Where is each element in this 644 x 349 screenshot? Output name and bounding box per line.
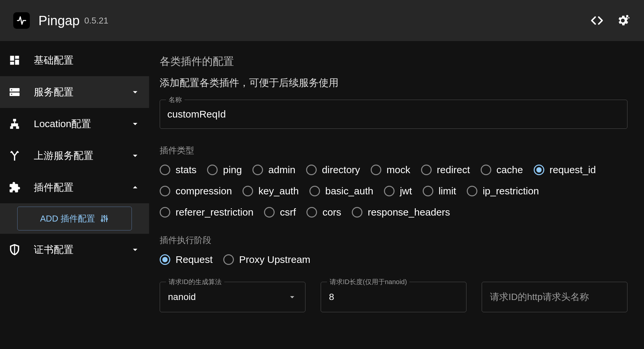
- chevron-up-icon: [130, 182, 140, 193]
- svg-rect-2: [10, 56, 14, 61]
- sidebar-item-location[interactable]: Location配置: [0, 108, 149, 140]
- app-title: Pingap: [38, 13, 80, 28]
- sidebar-item-label: 插件配置: [27, 181, 130, 194]
- radio-icon: [534, 165, 544, 175]
- exec-stage-request[interactable]: Request: [160, 254, 213, 265]
- radio-icon: [160, 165, 170, 175]
- algo-label: 请求ID的生成算法: [166, 277, 224, 286]
- chevron-down-icon: [130, 87, 140, 97]
- exec-stage-label: 插件执行阶段: [160, 234, 627, 246]
- plugin-type-jwt[interactable]: jwt: [384, 185, 412, 197]
- chevron-down-icon: [279, 292, 305, 302]
- plugin-type-basic_auth[interactable]: basic_auth: [309, 185, 373, 197]
- radio-label: limit: [439, 185, 456, 197]
- plugin-type-cache[interactable]: cache: [481, 164, 523, 175]
- app-version: 0.5.21: [84, 16, 108, 26]
- add-plugin-button[interactable]: ADD 插件配置: [17, 207, 132, 230]
- name-field-wrap: 名称: [160, 100, 627, 129]
- plugin-type-key_auth[interactable]: key_auth: [242, 185, 299, 197]
- radio-icon: [384, 186, 395, 196]
- radio-icon: [306, 207, 317, 218]
- radio-label: referer_restriction: [176, 207, 253, 218]
- exec-stage-proxy-upstream[interactable]: Proxy Upstream: [223, 254, 310, 265]
- svg-rect-12: [16, 126, 19, 129]
- radio-label: Proxy Upstream: [239, 254, 310, 265]
- code-icon[interactable]: [589, 13, 605, 28]
- header-name-placeholder: 请求ID的http请求头名称: [482, 291, 597, 303]
- plugin-type-directory[interactable]: directory: [306, 164, 360, 175]
- name-field-label: 名称: [166, 95, 185, 104]
- sidebar-item-upstream[interactable]: 上游服务配置: [0, 140, 149, 172]
- radio-icon: [306, 165, 317, 175]
- radio-icon: [423, 186, 433, 196]
- radio-label: directory: [322, 164, 360, 175]
- sidebar-item-cert[interactable]: 证书配置: [0, 234, 149, 266]
- radio-icon: [223, 254, 234, 265]
- chevron-down-icon: [130, 150, 140, 161]
- radio-label: jwt: [400, 185, 412, 197]
- plugin-type-label: 插件类型: [160, 145, 627, 156]
- svg-point-0: [626, 15, 628, 17]
- dashboard-icon: [9, 54, 27, 66]
- page-title: 各类插件的配置: [160, 54, 627, 69]
- plugin-type-referer_restriction[interactable]: referer_restriction: [160, 207, 253, 218]
- plugin-type-csrf[interactable]: csrf: [264, 207, 296, 218]
- plugin-type-stats[interactable]: stats: [160, 164, 196, 175]
- svg-rect-11: [10, 126, 13, 129]
- plugin-type-limit[interactable]: limit: [423, 185, 456, 197]
- settings-icon[interactable]: [615, 13, 631, 28]
- radio-label: redirect: [437, 164, 470, 175]
- plugin-type-compression[interactable]: compression: [160, 185, 232, 197]
- plugin-type-admin[interactable]: admin: [252, 164, 295, 175]
- algo-select[interactable]: 请求ID的生成算法 nanoid: [160, 282, 305, 312]
- radio-label: cache: [497, 164, 523, 175]
- page-subtitle: 添加配置各类插件，可便于后续服务使用: [160, 76, 627, 90]
- radio-icon: [467, 186, 477, 196]
- length-input[interactable]: [321, 292, 466, 302]
- add-button-label: ADD 插件配置: [40, 213, 95, 224]
- sidebar-item-server[interactable]: 服务配置: [0, 76, 149, 108]
- plugin-type-cors[interactable]: cors: [306, 207, 341, 218]
- plugin-type-request_id[interactable]: request_id: [534, 164, 596, 175]
- app-header: Pingap 0.5.21: [0, 0, 644, 41]
- radio-icon: [242, 186, 253, 196]
- length-field: 请求ID长度(仅用于nanoid): [321, 282, 466, 312]
- radio-icon: [160, 207, 170, 218]
- radio-icon: [264, 207, 275, 218]
- radio-label: compression: [176, 185, 232, 197]
- chevron-down-icon: [130, 244, 140, 255]
- plugin-type-mock[interactable]: mock: [371, 164, 410, 175]
- radio-label: csrf: [280, 207, 296, 218]
- split-icon: [9, 150, 27, 162]
- main-panel: 各类插件的配置 添加配置各类插件，可便于后续服务使用 名称 插件类型 stats…: [149, 41, 644, 349]
- radio-icon: [160, 186, 170, 196]
- svg-point-9: [11, 94, 12, 95]
- sidebar-item-label: Location配置: [27, 117, 130, 131]
- radio-label: mock: [387, 164, 410, 175]
- name-input[interactable]: [160, 100, 627, 128]
- sidebar-item-label: 服务配置: [27, 85, 130, 99]
- plugin-type-response_headers[interactable]: response_headers: [352, 207, 450, 218]
- radio-label: cors: [322, 207, 341, 218]
- plugin-type-redirect[interactable]: redirect: [421, 164, 470, 175]
- plugin-type-ping[interactable]: ping: [207, 164, 242, 175]
- svg-point-13: [101, 220, 103, 222]
- sidebar-item-plugin[interactable]: 插件配置: [0, 172, 149, 203]
- sidebar-item-label: 证书配置: [27, 243, 130, 257]
- algo-value: nanoid: [160, 292, 279, 302]
- length-label: 请求ID长度(仅用于nanoid): [327, 277, 409, 286]
- radio-label: admin: [268, 164, 295, 175]
- radio-icon: [207, 165, 218, 175]
- plugin-type-group: statspingadmindirectorymockredirectcache…: [160, 164, 627, 218]
- svg-point-15: [106, 218, 108, 220]
- radio-label: ping: [223, 164, 242, 175]
- chevron-down-icon: [130, 119, 140, 129]
- svg-rect-3: [15, 56, 19, 59]
- plugin-type-ip_restriction[interactable]: ip_restriction: [467, 185, 539, 197]
- extension-icon: [9, 181, 27, 193]
- radio-label: ip_restriction: [483, 185, 539, 197]
- hierarchy-icon: [9, 118, 27, 130]
- sidebar-item-basic[interactable]: 基础配置: [0, 44, 149, 76]
- header-name-field[interactable]: 请求ID的http请求头名称: [482, 282, 627, 312]
- app-logo: [13, 12, 30, 29]
